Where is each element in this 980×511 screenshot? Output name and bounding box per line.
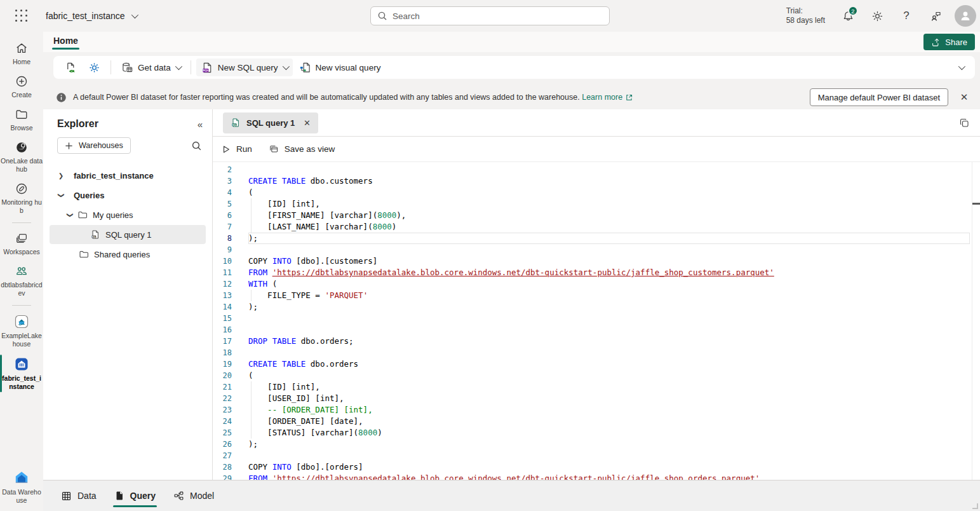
code-line[interactable]: 18 [213, 347, 980, 358]
folder-icon [79, 249, 89, 259]
code-line[interactable]: 9 [213, 244, 980, 256]
nav-home[interactable]: Home [0, 37, 43, 70]
indent-guide [251, 381, 252, 393]
code-line[interactable]: 10COPY INTO [dbo].[customers] [213, 256, 980, 267]
code-line[interactable]: 29FROM 'https://dbtlabsynapsedatalake.bl… [213, 473, 980, 480]
share-button[interactable]: Share [923, 34, 975, 50]
ribbon-collapse-button[interactable] [953, 58, 969, 76]
code-line[interactable]: 20( [213, 370, 980, 381]
manage-default-dataset-button[interactable]: Manage default Power BI dataset [810, 88, 948, 106]
resize-grip[interactable] [972, 503, 978, 509]
tab-query[interactable]: Query [114, 480, 156, 511]
code-line[interactable]: 21 [ID] [int], [213, 381, 980, 393]
code-line[interactable]: 15 [213, 313, 980, 324]
line-number: 8 [213, 233, 232, 244]
nav-workspaces[interactable]: Workspaces [0, 227, 43, 260]
nav-create[interactable]: Create [0, 70, 43, 103]
nav-browse[interactable]: Browse [0, 103, 43, 136]
code-line-content: ( [248, 370, 970, 381]
people-icon [15, 264, 29, 278]
code-line[interactable]: 24 [ORDER_DATE] [date], [213, 416, 980, 427]
explorer-collapse-icon[interactable]: « [198, 119, 202, 130]
account-avatar[interactable] [955, 5, 976, 27]
settings-tool-button[interactable] [83, 58, 105, 76]
nav-monitoring-hub[interactable]: Monitoring hub [0, 177, 43, 219]
explorer-search-icon[interactable] [191, 140, 202, 151]
code-line[interactable]: 2 [213, 164, 980, 175]
get-data-button[interactable]: Get data [116, 58, 185, 76]
code-line[interactable]: 11FROM 'https://dbtlabsynapsedatalake.bl… [213, 267, 980, 278]
nav-workspace-dbtlabsfabricdev[interactable]: dbtlabsfabricdev [0, 260, 43, 301]
save-as-view-button[interactable]: Save as view [269, 144, 335, 154]
new-sql-query-button[interactable]: SQL New SQL query [196, 58, 293, 76]
workspace-switcher[interactable]: fabric_test_instance [46, 11, 137, 21]
tree-item-shared-queries[interactable]: Shared queries [50, 245, 206, 264]
code-editor[interactable]: 23CREATE TABLE dbo.customers4(5 [ID] [in… [213, 162, 980, 480]
code-line[interactable]: 25 [STATUS] [varchar](8000) [213, 427, 980, 439]
work-area: Explorer « Warehouses ❯ fabric_test_inst… [43, 109, 980, 480]
code-line-content: [ORDER_DATE] [date], [248, 416, 970, 427]
code-line[interactable]: 17DROP TABLE dbo.orders; [213, 336, 980, 347]
run-button[interactable]: Run [222, 144, 252, 154]
nav-item-examplelakehouse[interactable]: ExampleLakehouse [0, 310, 43, 352]
tree-item-my-queries[interactable]: ❯ My queries [50, 205, 206, 224]
line-number: 11 [213, 267, 232, 278]
code-line[interactable]: 13 FILE_TYPE = 'PARQUET' [213, 290, 980, 301]
nav-data-warehouse[interactable]: Data Warehouse [0, 465, 43, 508]
new-visual-query-button[interactable]: New visual query [294, 58, 386, 76]
code-line[interactable]: 8); [213, 233, 980, 244]
nav-item-fabric-test-instance[interactable]: fabric_test_instance [0, 352, 43, 395]
tab-sql-query-1[interactable]: SQL SQL query 1 ✕ [223, 112, 318, 133]
tree-item-sql-query-1[interactable]: SQL SQL query 1 [50, 225, 206, 244]
line-number: 9 [213, 244, 232, 256]
chevron-down-icon [131, 11, 138, 18]
code-line[interactable]: 3CREATE TABLE dbo.customers [213, 175, 980, 187]
code-line[interactable]: 28COPY INTO [dbo].[orders] [213, 461, 980, 473]
play-icon [222, 145, 231, 154]
line-number: 5 [213, 198, 232, 210]
search-input[interactable] [393, 11, 603, 21]
gear-icon [88, 62, 100, 74]
editor-tabstrip: SQL SQL query 1 ✕ [213, 109, 980, 137]
svg-text:SQL: SQL [203, 69, 208, 72]
notifications-button[interactable]: 2 [835, 3, 861, 29]
rail-divider [12, 305, 31, 306]
tab-close-icon[interactable]: ✕ [300, 116, 313, 129]
code-line-content: COPY INTO [dbo].[customers] [248, 256, 970, 267]
code-line[interactable]: 5 [ID] [int], [213, 198, 980, 210]
tab-home[interactable]: Home [52, 34, 79, 50]
tab-model[interactable]: Model [173, 480, 214, 511]
add-warehouses-button[interactable]: Warehouses [57, 137, 131, 154]
tree-item-fabric-test-instance[interactable]: ❯ fabric_test_instance [50, 166, 206, 185]
model-icon [173, 491, 184, 501]
code-line-content: ( [248, 187, 970, 198]
code-line-content: [LAST_NAME] [varchar](8000) [248, 221, 970, 233]
tab-data[interactable]: Data [61, 480, 97, 511]
copy-icon[interactable] [959, 118, 970, 128]
code-line[interactable]: 27 [213, 450, 980, 461]
feedback-button[interactable] [923, 3, 948, 29]
sql-query-icon: SQL [231, 118, 241, 128]
code-line[interactable]: 23 -- [ORDER_DATE] [int], [213, 404, 980, 416]
code-line[interactable]: 26); [213, 439, 980, 450]
editor-overview-ruler[interactable] [972, 162, 980, 480]
settings-button[interactable] [864, 3, 890, 29]
code-line[interactable]: 16 [213, 324, 980, 336]
indent-guide [251, 198, 252, 210]
nav-onelake-data-hub[interactable]: OneLake data hub [0, 136, 43, 177]
main-column: Home Share Get data [43, 32, 980, 511]
refresh-button[interactable] [60, 58, 82, 76]
code-line[interactable]: 22 [USER_ID] [int], [213, 393, 980, 404]
code-line[interactable]: 4( [213, 187, 980, 198]
tree-item-queries[interactable]: ❯ Queries [50, 186, 206, 205]
code-line[interactable]: 7 [LAST_NAME] [varchar](8000) [213, 221, 980, 233]
code-line[interactable]: 19CREATE TABLE dbo.orders [213, 358, 980, 370]
topbar-right: Trial: 58 days left 2 ? [786, 0, 976, 32]
code-line[interactable]: 12WITH ( [213, 278, 980, 290]
help-button[interactable]: ? [894, 3, 919, 29]
banner-close-icon[interactable]: ✕ [955, 88, 974, 107]
app-launcher-icon[interactable] [15, 10, 28, 22]
code-line[interactable]: 14); [213, 301, 980, 313]
learn-more-link[interactable]: Learn more [582, 93, 633, 102]
code-line[interactable]: 6 [FIRST_NAME] [varchar](8000), [213, 210, 980, 221]
